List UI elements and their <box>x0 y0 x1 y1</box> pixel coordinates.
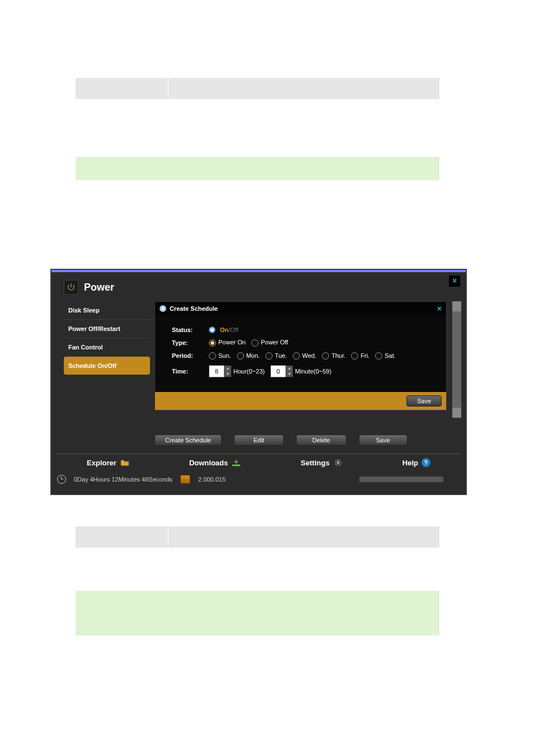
hour-input[interactable] <box>209 365 224 377</box>
minute-input[interactable] <box>270 365 286 377</box>
radio-icon <box>209 352 216 360</box>
nav-explorer[interactable]: Explorer <box>87 459 130 467</box>
doc-table-row <box>76 78 439 99</box>
gear-icon <box>333 459 343 466</box>
version-text: 2.000.015 <box>198 476 226 483</box>
spin-down-icon[interactable]: ▼ <box>286 371 293 377</box>
edit-button[interactable]: Edit <box>234 435 284 446</box>
scrollbar-down-button[interactable] <box>452 408 461 418</box>
minute-spinner[interactable]: ▲▼ <box>270 365 293 377</box>
nav-help[interactable]: Help ? <box>402 458 430 467</box>
type-label: Type: <box>172 339 209 346</box>
status-on-text[interactable]: On <box>220 326 228 333</box>
uptime-text: 0Day 4Hours 12Minutes 48Seconds <box>74 476 172 483</box>
save-button[interactable]: Save <box>359 435 407 446</box>
hour-hint: Hour(0~23) <box>233 368 265 375</box>
radio-icon <box>209 339 216 347</box>
help-icon: ? <box>421 458 430 467</box>
nav-downloads[interactable]: Downloads <box>189 459 241 467</box>
radio-icon <box>375 352 382 360</box>
type-row: Type: Power On Power Off <box>172 339 442 347</box>
radio-icon <box>351 352 358 360</box>
time-label: Time: <box>172 368 209 375</box>
doc-table-row <box>76 526 439 548</box>
folder-icon <box>120 459 130 466</box>
status-slider[interactable] <box>359 477 443 482</box>
doc-table-cell-right <box>168 78 439 99</box>
nav-settings-label: Settings <box>301 459 329 467</box>
nav-explorer-label: Explorer <box>87 459 116 467</box>
sidebar-item-power-off-restart[interactable]: Power Off/Restart <box>64 320 150 338</box>
panel-footer: Save <box>155 392 446 410</box>
doc-highlight-block <box>76 157 439 180</box>
nav-help-label: Help <box>402 459 418 467</box>
time-row: Time: ▲▼ Hour(0~23) ▲▼ Minute(0~59) <box>172 365 442 377</box>
period-row: Period: Sun. Mon. Tue. Wed. Thur. Fri. S… <box>172 352 442 360</box>
period-day-wed[interactable]: Wed. <box>293 352 316 360</box>
type-option-power-on[interactable]: Power On <box>209 339 246 347</box>
status-off-text[interactable]: Off <box>230 326 238 333</box>
panel-form: Status: On/Off Type: Power On Power Off … <box>155 315 446 392</box>
spin-up-icon[interactable]: ▲ <box>286 366 293 371</box>
doc-highlight-block <box>76 591 439 636</box>
period-day-sun[interactable]: Sun. <box>209 352 231 360</box>
panel-scrollbar[interactable] <box>452 301 461 418</box>
svg-point-0 <box>337 461 339 464</box>
doc-table-cell-left <box>76 78 168 99</box>
radio-icon <box>237 352 244 360</box>
hour-spinner[interactable]: ▲▼ <box>209 365 231 377</box>
radio-icon <box>265 352 273 360</box>
radio-icon <box>293 352 300 360</box>
app-window: × Power Disk Sleep Power Off/Restart Fan… <box>50 269 467 495</box>
nav-downloads-label: Downloads <box>189 459 228 467</box>
panel-header: Create Schedule × <box>155 302 446 315</box>
download-icon <box>231 459 241 466</box>
window-close-button[interactable]: × <box>449 276 460 287</box>
minute-hint: Minute(0~59) <box>295 368 331 375</box>
status-label: Status: <box>172 326 209 333</box>
window-titlebar: Power <box>64 280 114 295</box>
sidebar: Disk Sleep Power Off/Restart Fan Control… <box>64 301 150 375</box>
footer-nav: Explorer Downloads Settings Help ? <box>57 454 460 471</box>
doc-table-cell-right <box>168 526 439 548</box>
window-title: Power <box>84 282 114 293</box>
clock-icon <box>57 475 66 484</box>
period-day-thur[interactable]: Thur. <box>322 352 345 360</box>
create-schedule-panel: Create Schedule × Status: On/Off Type: P… <box>154 301 447 410</box>
scrollbar-up-button[interactable] <box>452 301 461 311</box>
hour-spinner-buttons[interactable]: ▲▼ <box>224 366 231 377</box>
radio-icon <box>251 339 259 347</box>
window-top-accent <box>51 270 466 272</box>
panel-title: Create Schedule <box>170 305 218 312</box>
period-day-tue[interactable]: Tue. <box>265 352 287 360</box>
type-option-power-off[interactable]: Power Off <box>251 339 288 347</box>
power-icon <box>64 280 78 295</box>
panel-save-button[interactable]: Save <box>406 395 442 407</box>
status-led-icon[interactable] <box>209 326 216 333</box>
minute-spinner-buttons[interactable]: ▲▼ <box>286 366 293 377</box>
period-day-sat[interactable]: Sat. <box>375 352 396 360</box>
spin-down-icon[interactable]: ▼ <box>224 371 231 377</box>
create-schedule-button[interactable]: Create Schedule <box>154 435 222 446</box>
status-bar: 0Day 4Hours 12Minutes 48Seconds 2.000.01… <box>57 472 460 487</box>
action-button-row: Create Schedule Edit Delete Save <box>154 435 457 446</box>
schedule-icon <box>160 305 166 312</box>
delete-button[interactable]: Delete <box>296 435 346 446</box>
period-day-mon[interactable]: Mon. <box>237 352 260 360</box>
sidebar-item-schedule-on-off[interactable]: Schedule On/Off <box>64 357 150 375</box>
nav-settings[interactable]: Settings <box>301 459 343 467</box>
panel-close-button[interactable]: × <box>437 304 442 313</box>
spin-up-icon[interactable]: ▲ <box>224 366 231 371</box>
status-row: Status: On/Off <box>172 326 442 333</box>
period-label: Period: <box>172 352 209 359</box>
sidebar-item-fan-control[interactable]: Fan Control <box>64 338 150 357</box>
radio-icon <box>322 352 329 360</box>
package-icon <box>180 475 190 484</box>
sidebar-item-disk-sleep[interactable]: Disk Sleep <box>64 301 150 320</box>
doc-table-cell-left <box>76 526 168 548</box>
period-day-fri[interactable]: Fri. <box>351 352 369 360</box>
